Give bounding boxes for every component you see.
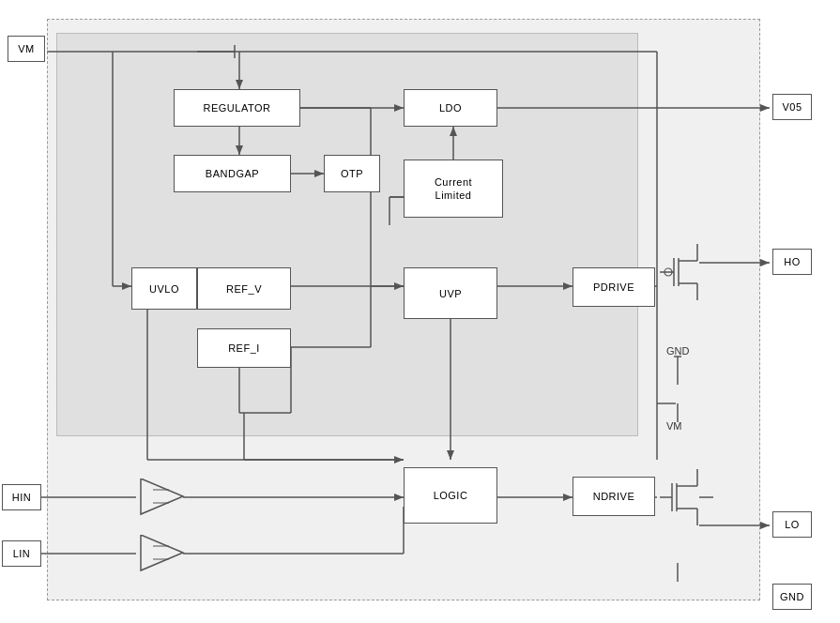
current-limited-block: Current Limited (404, 160, 503, 218)
ldo-block: LDO (404, 89, 497, 127)
logic-block: LOGIC (404, 467, 497, 524)
vm-pin: VM (8, 36, 45, 62)
uvp-block: UVP (404, 267, 497, 319)
diagram-container: VM V05 HO LO HIN LIN GND REGULATOR BANDG… (0, 0, 840, 623)
vm-label-right: VM (666, 420, 682, 432)
ndrive-block: NDRIVE (573, 477, 655, 516)
refi-block: REF_I (197, 328, 291, 368)
hin-pin: HIN (2, 484, 41, 510)
lo-pin: LO (772, 511, 812, 538)
bandgap-block: BANDGAP (174, 155, 291, 192)
svg-marker-57 (760, 522, 770, 529)
regulator-block: REGULATOR (174, 89, 300, 127)
uvlo-block: UVLO (131, 267, 197, 310)
lin-buffer (136, 535, 188, 572)
svg-marker-24 (760, 104, 770, 112)
nmos-top-symbol (655, 460, 702, 535)
refv-block: REF_V (197, 267, 291, 310)
svg-marker-72 (141, 535, 183, 570)
otp-block: OTP (324, 155, 380, 192)
v05-pin: V05 (772, 94, 812, 120)
gnd-label-upper: GND (666, 345, 689, 357)
inner-top-block (56, 33, 638, 436)
svg-marker-36 (760, 259, 770, 266)
pdrive-block: PDRIVE (573, 267, 655, 307)
hin-buffer (136, 479, 188, 516)
pmos-symbol (655, 235, 702, 310)
ho-pin: HO (772, 249, 812, 275)
svg-marker-69 (141, 479, 183, 514)
lin-pin: LIN (2, 540, 41, 567)
gnd-pin-bottom: GND (772, 584, 812, 610)
